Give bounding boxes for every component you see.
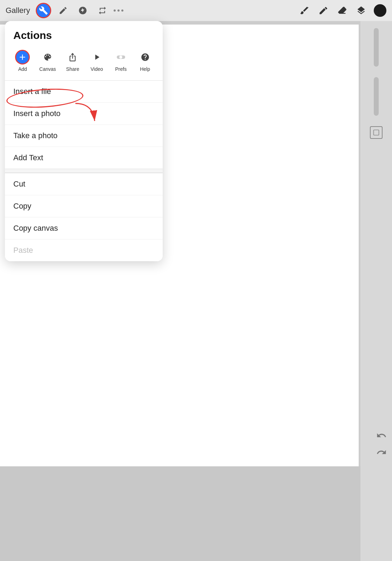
toolbar-dots [114,9,123,12]
video-icon [92,53,101,62]
eraser-icon [337,6,347,15]
menu-copy-canvas[interactable]: Copy canvas [5,217,163,239]
menu-take-photo[interactable]: Take a photo [5,125,163,147]
svg-rect-0 [374,130,379,135]
video-tab-label: Video [90,66,103,72]
wrench-icon [39,6,48,15]
tab-canvas[interactable]: Canvas [35,47,61,75]
redo-icon [376,447,387,458]
opacity-slider[interactable] [374,77,379,116]
menu-copy[interactable]: Copy [5,195,163,217]
modify-icon [59,6,68,15]
toolbar-right [298,4,386,17]
layers-tool[interactable] [355,4,367,17]
toggle-icon [116,53,126,62]
right-sidebar [360,21,392,561]
tab-add[interactable]: Add [11,47,35,75]
transform-icon [98,6,107,15]
plus-icon [18,53,27,62]
menu-insert-photo[interactable]: Insert a photo [5,103,163,125]
svg-point-2 [119,56,122,59]
canvas-icon [43,53,52,62]
help-tab-icon [138,50,153,65]
share-tab-icon [65,50,80,65]
pen-tool[interactable] [317,4,330,17]
menu-section-2: Cut Copy Copy canvas Paste [5,173,163,261]
menu-cut[interactable]: Cut [5,173,163,195]
transform-button[interactable] [95,3,110,18]
menu-insert-file[interactable]: Insert a file [5,81,163,103]
canvas-tab-label: Canvas [39,66,56,72]
prefs-tab-label: Prefs [115,66,127,72]
tab-bar: Add Canvas Share [5,47,163,80]
layer-thumb-icon [373,129,380,136]
actions-popover: Actions Add Canvas [5,21,163,261]
eraser-tool[interactable] [336,4,349,17]
video-tab-icon [89,50,104,65]
add-tab-icon [15,50,30,65]
selection-icon [78,6,87,15]
color-picker[interactable] [374,4,386,17]
toolbar-left: Gallery [6,3,110,18]
brush-size-slider[interactable] [374,28,379,67]
tab-prefs[interactable]: Prefs [109,47,133,75]
add-tab-label: Add [18,66,27,72]
share-tab-label: Share [66,66,79,72]
tab-share[interactable]: Share [61,47,85,75]
menu-gap [5,169,163,173]
brush-tool[interactable] [298,4,311,17]
menu-add-text[interactable]: Add Text [5,147,163,169]
prefs-tab-icon [114,50,128,65]
canvas-tab-icon [40,50,55,65]
actions-button[interactable] [36,3,51,18]
help-tab-label: Help [140,66,150,72]
undo-icon [376,430,387,441]
toolbar: Gallery [0,0,392,21]
share-icon [68,53,77,62]
selection-button[interactable] [75,3,90,18]
canvas-gray-bottom [0,466,392,561]
popover-title: Actions [5,21,163,47]
layers-icon [356,6,366,15]
menu-paste[interactable]: Paste [5,239,163,261]
tab-help[interactable]: Help [133,47,157,75]
brush-icon [299,6,309,15]
help-icon [141,53,150,62]
gallery-label: Gallery [6,6,30,15]
layer-thumbnail[interactable] [370,126,383,139]
undo-redo-group [374,428,388,459]
pen-icon [318,6,328,15]
modify-button[interactable] [55,3,71,18]
undo-button[interactable] [374,428,388,442]
tab-video[interactable]: Video [85,47,109,75]
menu-section-1: Insert a file Insert a photo Take a phot… [5,80,163,169]
redo-button[interactable] [374,445,388,459]
